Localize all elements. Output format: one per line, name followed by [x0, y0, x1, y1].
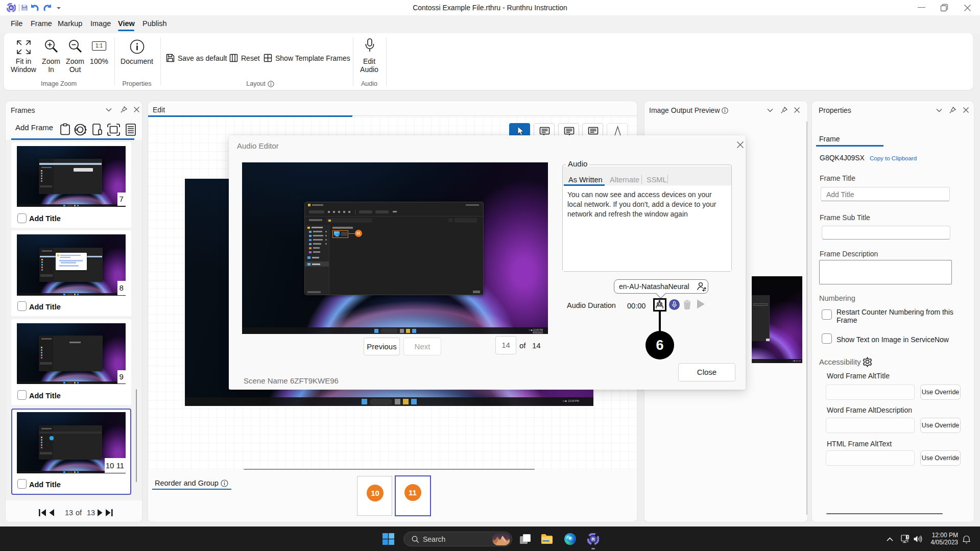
svg-text:R: R [591, 537, 595, 542]
svg-text:of: of [76, 509, 82, 517]
svg-text:13: 13 [65, 509, 73, 517]
svg-text:13: 13 [87, 509, 95, 517]
